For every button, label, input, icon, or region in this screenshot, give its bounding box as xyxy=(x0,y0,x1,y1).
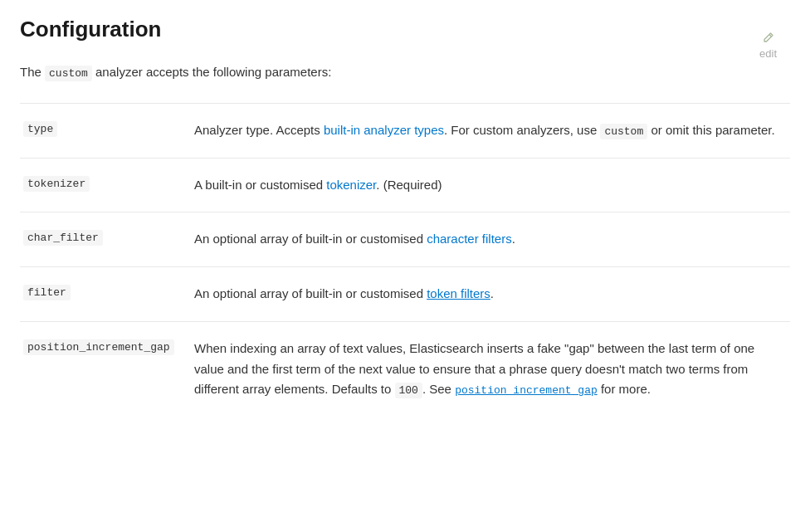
param-name: type xyxy=(23,121,57,137)
intro-paragraph: The custom analyzer accepts the followin… xyxy=(20,62,790,83)
param-desc-cell: An optional array of built-in or customi… xyxy=(194,267,790,322)
param-desc-cell: Analyzer type. Accepts built-in analyzer… xyxy=(194,103,790,158)
param-name: tokenizer xyxy=(23,176,90,192)
param-link[interactable]: character filters xyxy=(427,232,512,246)
param-name: filter xyxy=(23,285,71,300)
intro-code: custom xyxy=(45,66,92,81)
edit-link-container: edit xyxy=(759,32,777,60)
inline-code: 100 xyxy=(395,383,422,398)
edit-label: edit xyxy=(759,47,777,60)
param-name-cell: position_increment_gap xyxy=(20,321,194,417)
param-name-cell: filter xyxy=(20,267,194,322)
table-row: position_increment_gapWhen indexing an a… xyxy=(20,321,790,417)
param-link[interactable]: token filters xyxy=(427,286,490,300)
table-row: filterAn optional array of built-in or c… xyxy=(20,267,790,322)
header-row: Configuration edit xyxy=(20,17,790,59)
parameters-table: typeAnalyzer type. Accepts built-in anal… xyxy=(20,103,790,417)
param-tbody: typeAnalyzer type. Accepts built-in anal… xyxy=(20,103,790,417)
param-name: position_increment_gap xyxy=(23,339,174,355)
page-title: Configuration xyxy=(20,17,161,42)
intro-suffix: analyzer accepts the following parameter… xyxy=(95,65,331,79)
page-wrapper: Configuration edit The custom analyzer a… xyxy=(20,17,790,417)
table-row: tokenizerA built-in or customised tokeni… xyxy=(20,158,790,212)
param-link-code[interactable]: position_increment_gap xyxy=(455,384,598,397)
param-name: char_filter xyxy=(23,230,103,246)
param-desc-cell: When indexing an array of text values, E… xyxy=(194,321,790,417)
param-desc-cell: An optional array of built-in or customi… xyxy=(194,212,790,267)
param-desc-cell: A built-in or customised tokenizer. (Req… xyxy=(194,158,790,212)
param-link[interactable]: tokenizer xyxy=(326,178,376,192)
param-link[interactable]: built-in analyzer types xyxy=(324,123,444,137)
intro-prefix: The xyxy=(20,65,41,79)
param-name-cell: tokenizer xyxy=(20,158,194,212)
param-name-cell: char_filter xyxy=(20,212,194,267)
edit-link[interactable]: edit xyxy=(759,32,777,60)
table-row: char_filterAn optional array of built-in… xyxy=(20,212,790,267)
table-row: typeAnalyzer type. Accepts built-in anal… xyxy=(20,103,790,158)
param-name-cell: type xyxy=(20,103,194,158)
inline-code: custom xyxy=(600,124,647,139)
pencil-icon xyxy=(763,32,774,46)
